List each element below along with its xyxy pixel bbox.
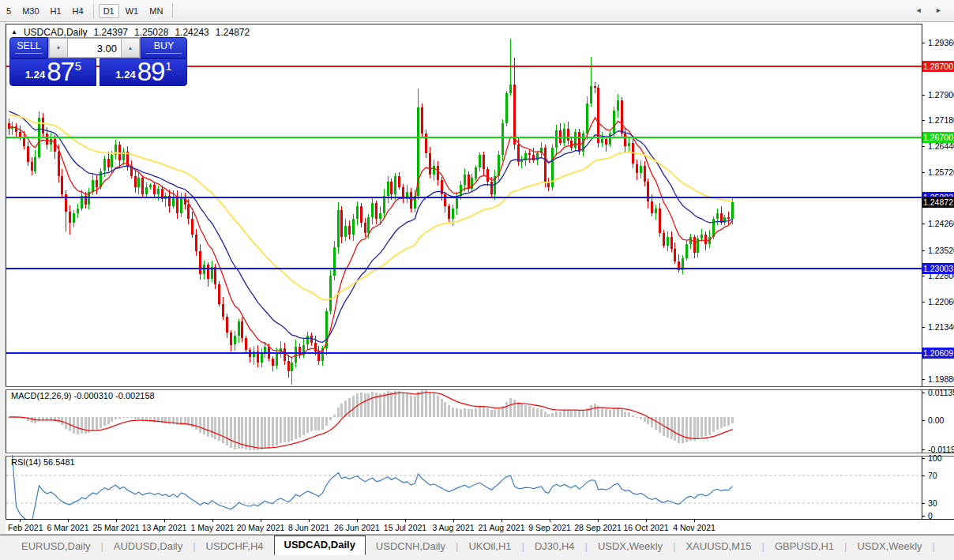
date-tick-mark bbox=[405, 520, 406, 522]
date-tick-label: 13 Apr 2021 bbox=[142, 523, 187, 532]
price-level-badge: 1.28700 bbox=[922, 61, 954, 72]
price-tick-label: 1.27180 bbox=[928, 115, 954, 125]
date-tick-label: 20 May 2021 bbox=[237, 523, 285, 532]
tab-eurusd-daily[interactable]: EURUSD,Daily bbox=[11, 537, 100, 555]
macd-label: MACD(12,26,9) -0.000310 -0.002158 bbox=[11, 391, 155, 400]
date-tick-label: 4 Nov 2021 bbox=[673, 523, 716, 532]
sell-button[interactable]: SELL bbox=[9, 37, 48, 58]
buy-price-big: 89 bbox=[137, 60, 165, 84]
date-tick-label: 28 Sep 2021 bbox=[574, 523, 622, 532]
date-tick-label: 3 Aug 2021 bbox=[432, 523, 474, 532]
spin-up-icon: ▲ bbox=[128, 45, 133, 51]
buy-button[interactable]: BUY bbox=[141, 37, 187, 58]
indicator-tick-label: 100 bbox=[928, 453, 942, 463]
indicator-tick-mark bbox=[922, 449, 925, 450]
date-tick-label: 15 Jul 2021 bbox=[384, 523, 426, 532]
one-click-trading-panel: SELL ▼ 3.00 ▲ BUY 1.24 87 5 1.24 89 1 bbox=[9, 37, 187, 86]
date-tick-mark bbox=[309, 520, 310, 522]
sell-price-pip: 5 bbox=[75, 59, 81, 73]
tab-gbpusd-h1[interactable]: GBPUSD,H1 bbox=[764, 537, 844, 555]
buy-price-pip: 1 bbox=[165, 59, 171, 73]
price-tick-label: 1.19880 bbox=[928, 374, 954, 384]
indicator-tick-mark bbox=[922, 420, 925, 421]
volume-spinner: ▼ 3.00 ▲ bbox=[48, 37, 141, 58]
timeframe-button-h1[interactable]: H1 bbox=[46, 4, 66, 18]
price-tick-mark bbox=[922, 379, 925, 380]
date-tick-mark bbox=[694, 520, 695, 522]
price-tick-mark bbox=[922, 172, 925, 173]
sell-price-big: 87 bbox=[47, 60, 74, 84]
sell-price-panel[interactable]: 1.24 87 5 bbox=[9, 58, 96, 86]
date-tick-label: 16 Oct 2021 bbox=[623, 523, 668, 532]
tab-scroll-arrows[interactable]: ◄ ► bbox=[915, 6, 948, 14]
price-tick-label: 1.22060 bbox=[928, 297, 954, 306]
date-tick-label: 8 Jun 2021 bbox=[288, 523, 329, 532]
indicator-tick-label: 0.00 bbox=[928, 415, 944, 425]
indicator-tick-mark bbox=[922, 503, 925, 504]
indicator-tick-mark bbox=[922, 475, 925, 476]
indicator-tick-mark bbox=[922, 393, 925, 393]
tab-usdx-weekly[interactable]: USDX,Weekly bbox=[588, 537, 673, 555]
tab-dj30-h4[interactable]: DJ30,H4 bbox=[524, 537, 585, 555]
date-tick-mark bbox=[68, 520, 69, 522]
date-axis: 16 Feb 20216 Mar 202125 Mar 202113 Apr 2… bbox=[6, 520, 922, 534]
price-tick-mark bbox=[922, 43, 925, 43]
tab-separator: | bbox=[933, 540, 935, 552]
toolbar-separator bbox=[93, 4, 94, 18]
date-tick-mark bbox=[261, 520, 261, 522]
date-tick-mark bbox=[212, 520, 213, 522]
price-tick-label: 1.24260 bbox=[928, 219, 954, 228]
toolbar-separator bbox=[172, 4, 173, 18]
tab-usdchf-h4[interactable]: USDCHF,H4 bbox=[196, 537, 274, 555]
timeframe-button-5[interactable]: 5 bbox=[2, 4, 16, 18]
date-tick-label: 16 Feb 2021 bbox=[6, 523, 43, 532]
volume-increase-button[interactable]: ▲ bbox=[121, 38, 140, 58]
timeframe-button-h4[interactable]: H4 bbox=[68, 4, 88, 18]
buy-price-prefix: 1.24 bbox=[115, 69, 135, 81]
price-level-badge: 1.24872 bbox=[922, 197, 954, 208]
date-tick-mark bbox=[550, 520, 550, 522]
date-tick-mark bbox=[357, 520, 358, 522]
ohlc-high: 1.25028 bbox=[134, 27, 168, 38]
price-tick-mark bbox=[922, 250, 925, 251]
price-tick-mark bbox=[922, 302, 925, 303]
ohlc-low: 1.24243 bbox=[175, 27, 208, 38]
tab-usdcnh-daily[interactable]: USDCNH,Daily bbox=[366, 537, 456, 555]
price-level-badge: 1.23003 bbox=[922, 263, 954, 274]
chart-symbol-period: USDCAD,Daily bbox=[24, 27, 88, 38]
price-tick-label: 1.27900 bbox=[928, 90, 954, 100]
timeframe-toolbar: 5M30H1H4D1W1MN bbox=[0, 0, 954, 22]
price-axis: 1.293601.286401.279001.271801.264401.257… bbox=[922, 24, 954, 519]
indicator-tick-label: 30 bbox=[928, 498, 937, 508]
sell-button-label: SELL bbox=[15, 40, 43, 54]
volume-input[interactable]: 3.00 bbox=[68, 38, 121, 58]
date-tick-label: 1 May 2021 bbox=[191, 523, 235, 532]
date-tick-label: 21 Aug 2021 bbox=[479, 523, 525, 532]
chart-tab-bar: EURUSD,Daily|AUDUSD,Daily|USDCHF,H4USDCA… bbox=[0, 535, 954, 556]
tab-xauusd-m15[interactable]: XAUUSD,M15 bbox=[675, 537, 761, 555]
date-tick-mark bbox=[453, 520, 454, 522]
ohlc-open: 1.24397 bbox=[94, 27, 128, 38]
sell-price-prefix: 1.24 bbox=[25, 69, 45, 81]
date-tick-mark bbox=[116, 520, 117, 522]
indicator-tick-mark bbox=[922, 516, 925, 517]
tab-ukoil-h1[interactable]: UKOil,H1 bbox=[458, 537, 521, 555]
timeframe-button-d1[interactable]: D1 bbox=[99, 4, 119, 18]
price-tick-mark bbox=[922, 146, 925, 147]
tab-usdx-weekly[interactable]: USDX,Weekly bbox=[847, 537, 932, 555]
tab-usdcad-daily[interactable]: USDCAD,Daily bbox=[274, 536, 366, 555]
volume-decrease-button[interactable]: ▼ bbox=[49, 38, 68, 58]
date-tick-mark bbox=[598, 520, 599, 522]
spin-down-icon: ▼ bbox=[56, 45, 62, 51]
price-tick-label: 1.29360 bbox=[928, 38, 954, 47]
status-strip bbox=[0, 556, 954, 560]
buy-price-panel[interactable]: 1.24 89 1 bbox=[100, 58, 187, 86]
price-level-badge: 1.26700 bbox=[922, 132, 954, 143]
timeframe-button-w1[interactable]: W1 bbox=[121, 4, 144, 18]
timeframe-button-mn[interactable]: MN bbox=[145, 4, 167, 18]
timeframe-button-m30[interactable]: M30 bbox=[17, 4, 43, 18]
date-tick-mark bbox=[20, 520, 21, 522]
rsi-indicator-pane[interactable] bbox=[6, 455, 922, 519]
tab-audusd-daily[interactable]: AUDUSD,Daily bbox=[103, 537, 193, 555]
indicator-tick-mark bbox=[922, 458, 925, 459]
